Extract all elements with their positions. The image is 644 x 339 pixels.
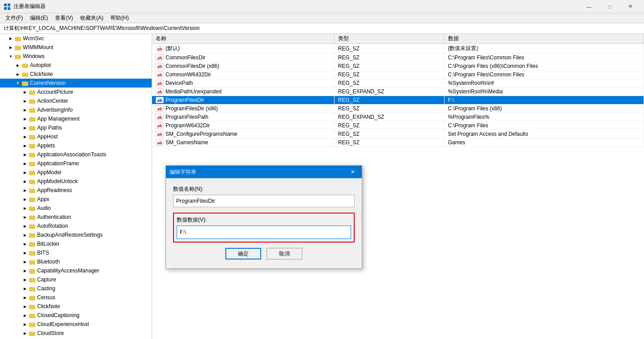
- tree-item-appframe[interactable]: ApplicationFrame: [0, 159, 152, 168]
- expand-icon[interactable]: [21, 312, 29, 319]
- table-row[interactable]: abProgramFilesPath REG_EXPAND_SZ %Progra…: [152, 113, 644, 121]
- tree-item-applets[interactable]: Applets: [0, 141, 152, 150]
- table-row[interactable]: abProgramW6432Dir REG_SZ C:\Program File…: [152, 121, 644, 130]
- menu-item[interactable]: 文件(F): [2, 13, 26, 23]
- tree-item-capabilityaccess[interactable]: CapabilityAccessManager: [0, 266, 152, 275]
- expand-icon[interactable]: [21, 178, 29, 185]
- table-row[interactable]: abProgramFilesDir (x86) REG_SZ C:\Progra…: [152, 105, 644, 113]
- expand-icon[interactable]: [21, 106, 29, 113]
- folder-icon: [29, 106, 36, 113]
- menu-item[interactable]: 查看(V): [51, 13, 76, 23]
- tree-item-accountpicture[interactable]: AccountPicture: [0, 88, 152, 96]
- tree-item-backuprestore[interactable]: BackupAndRestoreSettings: [0, 230, 152, 239]
- tree-item-appasso[interactable]: ApplicationAssociationToasts: [0, 150, 152, 159]
- tree-item-bitlocker[interactable]: BitLocker: [0, 239, 152, 248]
- expand-icon[interactable]: [21, 285, 29, 292]
- expand-icon[interactable]: [21, 276, 29, 283]
- expand-icon[interactable]: [21, 303, 29, 310]
- tree-item-autopilot[interactable]: Autopilot: [0, 61, 152, 70]
- ok-button[interactable]: 确定: [225, 248, 261, 259]
- value-input[interactable]: [177, 226, 351, 239]
- tree-item-cloudexperiencehost[interactable]: CloudExperienceHost: [0, 320, 152, 329]
- tree-item-authentication[interactable]: Authentication: [0, 213, 152, 222]
- tree-item-appmodelunlock[interactable]: AppModelUnlock: [0, 177, 152, 186]
- expand-icon[interactable]: [21, 258, 29, 265]
- expand-icon[interactable]: [21, 222, 29, 230]
- expand-icon[interactable]: [21, 151, 29, 158]
- expand-icon[interactable]: [21, 187, 29, 194]
- tree-item-appmodel[interactable]: AppModel: [0, 168, 152, 177]
- maximize-button[interactable]: □: [599, 0, 620, 13]
- table-row[interactable]: abMediaPathUnexpanded REG_EXPAND_SZ %Sys…: [152, 88, 644, 96]
- tree-item-wimmount[interactable]: WIMMMount: [0, 43, 152, 52]
- expand-icon[interactable]: [21, 213, 29, 221]
- expand-icon[interactable]: [21, 115, 29, 122]
- tree-item-wcmsvc[interactable]: WcmSvc: [0, 34, 152, 43]
- menu-item[interactable]: 帮助(H): [107, 13, 132, 23]
- expand-icon[interactable]: [21, 133, 29, 140]
- tree-item-actioncenter[interactable]: ActionCenter: [0, 96, 152, 105]
- expand-icon[interactable]: [21, 321, 29, 328]
- expand-icon[interactable]: [21, 169, 29, 176]
- tree-item-clicknote2[interactable]: ClickNote: [0, 302, 152, 311]
- expand-icon[interactable]: [21, 160, 29, 167]
- tree-item-closedcaptioning[interactable]: ClosedCaptioning: [0, 311, 152, 320]
- tree-item-audio[interactable]: Audio: [0, 204, 152, 213]
- tree-pane[interactable]: WcmSvc WIMMMount Windows Autopilot: [0, 34, 152, 339]
- tree-item-appmanagement[interactable]: App Management: [0, 114, 152, 123]
- expand-icon[interactable]: [21, 88, 29, 96]
- tree-item-windows[interactable]: Windows: [0, 52, 152, 61]
- menu-item[interactable]: 编辑(E): [26, 13, 51, 23]
- expand-icon[interactable]: [21, 330, 29, 337]
- tree-item-cloudstore[interactable]: CloudStore: [0, 329, 152, 338]
- tree-item-bluetooth[interactable]: Bluetooth: [0, 257, 152, 266]
- expand-icon[interactable]: [21, 196, 29, 203]
- tree-item-clicknote[interactable]: ClickNote: [0, 70, 152, 79]
- expand-icon[interactable]: [7, 53, 14, 60]
- tree-item-apppaths[interactable]: App Paths: [0, 123, 152, 132]
- expand-icon[interactable]: [14, 80, 21, 87]
- close-button[interactable]: ✕: [620, 0, 640, 13]
- expand-icon[interactable]: [21, 97, 29, 105]
- expand-icon[interactable]: [21, 231, 29, 239]
- col-header-data[interactable]: 数据: [444, 34, 644, 44]
- dialog-close-button[interactable]: ✕: [347, 167, 358, 177]
- expand-icon[interactable]: [7, 44, 14, 51]
- expand-icon[interactable]: [21, 267, 29, 274]
- table-row[interactable]: abDevicePath REG_SZ %SystemRoot%\inf: [152, 79, 644, 88]
- tree-item-bits[interactable]: BITS: [0, 248, 152, 257]
- minimize-button[interactable]: —: [579, 0, 599, 13]
- table-row[interactable]: abSM_ConfigureProgramsName REG_SZ Set Pr…: [152, 130, 644, 138]
- expand-icon[interactable]: [21, 240, 29, 247]
- menu-item[interactable]: 收藏夹(A): [76, 13, 107, 23]
- table-row[interactable]: abCommonFilesDir REG_SZ C:\Program Files…: [152, 54, 644, 62]
- table-row[interactable]: ab(默认) REG_SZ (数值未设置): [152, 44, 644, 54]
- folder-icon: [21, 71, 29, 78]
- tree-item-capture[interactable]: Capture: [0, 275, 152, 284]
- tree-item-apphost[interactable]: AppHost: [0, 132, 152, 141]
- name-input[interactable]: [173, 195, 355, 207]
- folder-icon: [29, 321, 36, 328]
- expand-icon[interactable]: [14, 71, 21, 78]
- expand-icon[interactable]: [21, 205, 29, 212]
- expand-icon[interactable]: [21, 249, 29, 256]
- tree-item-census[interactable]: Census: [0, 293, 152, 302]
- table-row[interactable]: abCommonW6432Dir REG_SZ C:\Program Files…: [152, 71, 644, 79]
- expand-icon[interactable]: [14, 62, 21, 69]
- expand-icon[interactable]: [21, 124, 29, 131]
- tree-item-appx[interactable]: Appx: [0, 195, 152, 204]
- tree-item-currentversion[interactable]: CurrentVersion: [0, 79, 152, 88]
- col-header-type[interactable]: 类型: [334, 34, 444, 44]
- tree-item-appreadiness[interactable]: AppReadiness: [0, 186, 152, 195]
- tree-item-advertisinginfo[interactable]: AdvertisingInfo: [0, 105, 152, 114]
- tree-item-autorotation[interactable]: AutoRotation: [0, 222, 152, 230]
- expand-icon[interactable]: [7, 35, 14, 42]
- table-row[interactable]: abProgramFilesDir REG_SZ F:\: [152, 96, 644, 105]
- table-row[interactable]: abCommonFilesDir (x86) REG_SZ C:\Program…: [152, 62, 644, 71]
- expand-icon[interactable]: [21, 142, 29, 149]
- table-row[interactable]: abSM_GamesName REG_SZ Games: [152, 138, 644, 147]
- tree-item-casting[interactable]: Casting: [0, 284, 152, 293]
- col-header-name[interactable]: 名称: [152, 34, 334, 44]
- expand-icon[interactable]: [21, 294, 29, 301]
- cancel-button[interactable]: 取消: [267, 248, 302, 259]
